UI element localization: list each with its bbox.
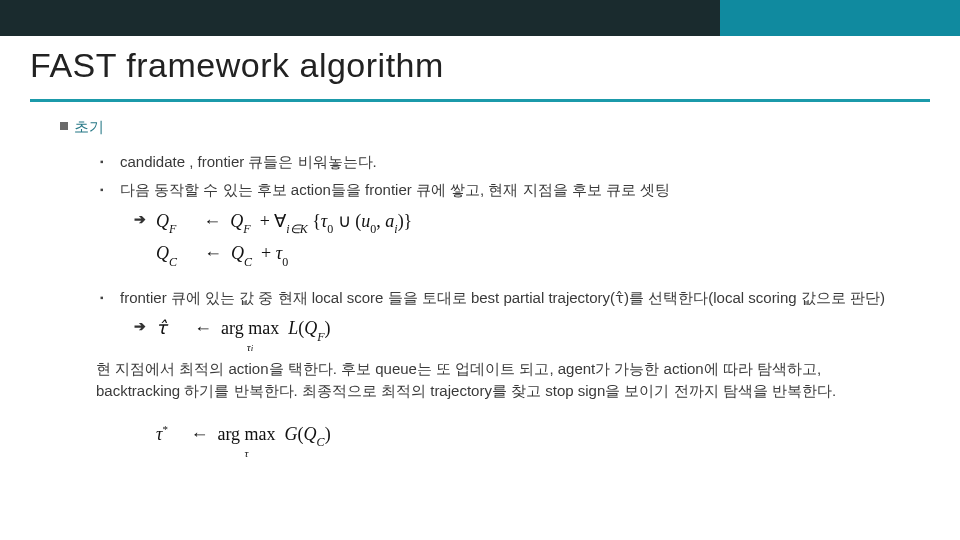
bullet-text: frontier 큐에 있는 값 중 현재 local score 들을 토대로… (120, 287, 885, 310)
section-label-init: 초기 (74, 116, 104, 139)
slide-content: 초기 candidate , frontier 큐들은 비워놓는다. 다음 동작… (0, 102, 960, 449)
arrow-icon (132, 315, 156, 338)
bullet-text: candidate , frontier 큐들은 비워놓는다. (120, 151, 377, 174)
bullet-icon (60, 122, 74, 132)
formula-taustar: τ* ← arg maxτ G(QC) (156, 424, 331, 444)
top-accent-teal (720, 0, 960, 36)
top-accent-dark (0, 0, 720, 36)
formula-qc: QC ← QC + τ0 (156, 240, 288, 269)
paragraph-text: 현 지점에서 최적의 action을 택한다. 후보 queue는 또 업데이트… (60, 358, 900, 403)
top-accent-bar (0, 0, 960, 36)
formula-tauhat: τ̂ ← arg maxτi L(QF) (156, 315, 331, 344)
sub-bullet-icon (96, 287, 120, 310)
arrow-icon (132, 208, 156, 231)
slide-title: FAST framework algorithm (30, 46, 930, 85)
svg-rect-0 (60, 122, 68, 130)
formula-qf: QF ← QF + ∀i∈K {τ0 ∪ (u0, ai)} (156, 208, 412, 237)
sub-bullet-icon (96, 151, 120, 174)
bullet-text: 다음 동작할 수 있는 후보 action들을 frontier 큐에 쌓고, … (120, 179, 670, 202)
sub-bullet-icon (96, 179, 120, 202)
